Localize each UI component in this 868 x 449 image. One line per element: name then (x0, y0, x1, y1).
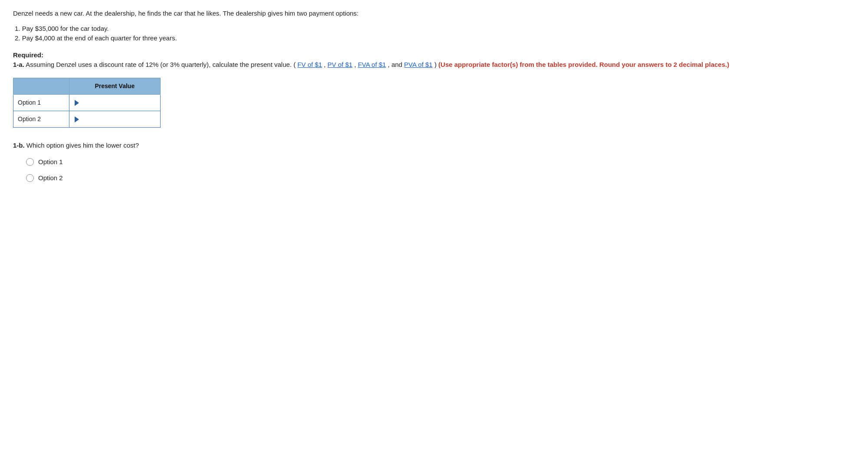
part-1a-line: 1-a. Assuming Denzel uses a discount rat… (13, 60, 855, 70)
pva-link[interactable]: PVA of $1 (404, 61, 433, 68)
radio-circle-1 (26, 158, 34, 166)
intro-text: Denzel needs a new car. At the dealershi… (13, 9, 855, 19)
option2-value-cell[interactable] (69, 111, 160, 127)
comma-2: , (354, 61, 358, 68)
table-header-empty (13, 78, 69, 94)
part-1b-section: 1-b. Which option gives him the lower co… (13, 141, 855, 183)
table-header-present-value: Present Value (69, 78, 160, 94)
present-value-table: Present Value Option 1 Option 2 (13, 78, 161, 128)
part-1b-label: 1-b. (13, 142, 25, 149)
radio-label-1: Option 1 (38, 157, 63, 167)
comma-1: , (324, 61, 327, 68)
payment-option-2: 2. Pay $4,000 at the end of each quarter… (15, 33, 855, 43)
option1-label: Option 1 (13, 94, 69, 111)
part-1b-question: 1-b. Which option gives him the lower co… (13, 141, 855, 151)
part-1a-text: Assuming Denzel uses a discount rate of … (26, 61, 296, 68)
radio-option-1[interactable]: Option 1 (26, 157, 855, 167)
part-1b-text: Which option gives him the lower cost? (26, 142, 139, 149)
radio-option-2[interactable]: Option 2 (26, 173, 855, 183)
pv-link[interactable]: PV of $1 (328, 61, 353, 68)
payment-option-1: 1. Pay $35,000 for the car today. (15, 24, 855, 34)
fva-link[interactable]: FVA of $1 (358, 61, 386, 68)
option2-label: Option 2 (13, 111, 69, 127)
radio-group: Option 1 Option 2 (13, 157, 855, 183)
option2-arrow (75, 116, 79, 122)
comma-3: , and (388, 61, 404, 68)
instruction-red: (Use appropriate factor(s) from the tabl… (438, 61, 729, 68)
table-row: Option 1 (13, 94, 161, 111)
fv-link[interactable]: FV of $1 (297, 61, 322, 68)
radio-circle-2 (26, 174, 34, 182)
table-row: Option 2 (13, 111, 161, 127)
part-1a-label: 1-a. (13, 61, 24, 68)
required-section: Required: 1-a. Assuming Denzel uses a di… (13, 50, 855, 70)
close-paren: ) (434, 61, 438, 68)
radio-label-2: Option 2 (38, 173, 63, 183)
option1-arrow (75, 100, 79, 106)
option1-value-cell[interactable] (69, 94, 160, 111)
required-label: Required: (13, 50, 855, 60)
payment-options: 1. Pay $35,000 for the car today. 2. Pay… (13, 24, 855, 43)
